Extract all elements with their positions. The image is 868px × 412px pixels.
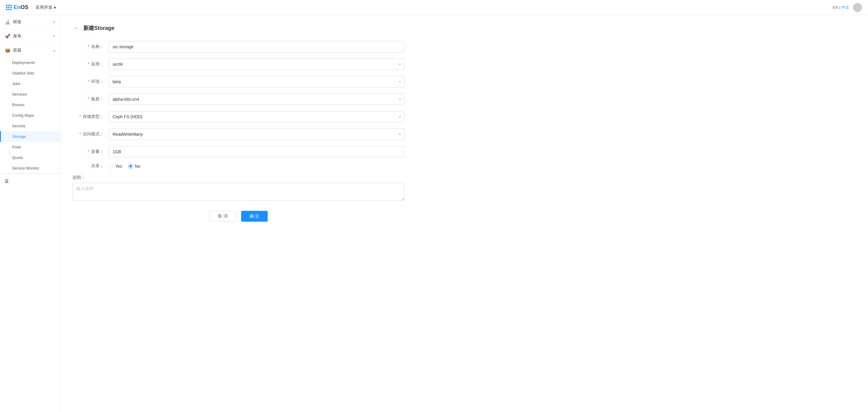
- sidebar-item-storage[interactable]: Storage: [0, 131, 60, 142]
- capacity-label: * 容量：: [72, 149, 108, 154]
- confirm-button[interactable]: 确 定: [241, 211, 268, 222]
- cancel-button[interactable]: 取 消: [209, 211, 236, 222]
- nav-right: EN | 中文: [833, 3, 862, 12]
- access-mode-label: * 访问模式：: [72, 132, 108, 137]
- storage-type-select[interactable]: Ceph FS (HDD): [108, 111, 404, 123]
- desc-textarea[interactable]: [72, 183, 404, 201]
- publish-arrow: ▾: [54, 34, 55, 38]
- sidebar-section-publish-header[interactable]: 🚀 发布 ▾: [0, 29, 60, 43]
- sidebar-item-secrets[interactable]: Secrets: [0, 121, 60, 131]
- research-icon: 🔬: [5, 19, 10, 25]
- required-star-storage-type: *: [80, 114, 81, 119]
- form-footer: 取 消 确 定: [72, 211, 404, 222]
- share-yes-option[interactable]: Yes: [108, 164, 122, 169]
- share-no-radio[interactable]: [128, 164, 133, 169]
- top-nav: EnOS 应用开发 ▾ EN | 中文: [0, 0, 868, 15]
- sidebar-item-config-maps[interactable]: Config Maps: [0, 110, 60, 121]
- page-title: 新建Storage: [83, 25, 114, 32]
- sidebar-item-stateful-sets[interactable]: Stateful Sets: [0, 68, 60, 78]
- publish-icon: 🚀: [5, 33, 10, 39]
- lang-separator: |: [839, 5, 840, 10]
- sidebar-toggle[interactable]: ☰: [0, 174, 60, 188]
- sidebar-item-jobs[interactable]: Jobs: [0, 78, 60, 89]
- storage-type-label: * 存储类型：: [72, 114, 108, 119]
- app-select-dropdown[interactable]: 应用开发 ▾: [33, 4, 58, 11]
- sidebar-item-service-monitor[interactable]: Service Monitor: [0, 163, 60, 173]
- form-row-storage-type: * 存储类型： Ceph FS (HDD) ▾: [72, 111, 404, 123]
- required-star-cluster: *: [88, 97, 89, 101]
- lang-zh[interactable]: 中文: [841, 5, 849, 10]
- app-select-label: 应用开发: [36, 5, 53, 10]
- sidebar-item-quota[interactable]: Quota: [0, 152, 60, 163]
- share-no-option[interactable]: No: [128, 164, 140, 169]
- sidebar-item-deployments[interactable]: Deployments: [0, 57, 60, 68]
- form-row-cluster: * 集群： alpha-k8s-cn4 ▾: [72, 94, 404, 105]
- share-no-label: No: [135, 164, 140, 169]
- app-select-arrow: ▾: [54, 5, 56, 10]
- access-mode-select[interactable]: ReadWriteMany: [108, 129, 404, 140]
- required-star-app: *: [88, 62, 89, 66]
- create-storage-form: * 名称： * 应用： uicrfe ▾ *: [72, 41, 404, 222]
- cluster-select-wrapper: alpha-k8s-cn4 ▾: [108, 94, 404, 105]
- sidebar-item-services[interactable]: Services: [0, 89, 60, 100]
- sidebar-section-publish: 🚀 发布 ▾: [0, 29, 60, 43]
- container-items: Deployments Stateful Sets Jobs Services …: [0, 57, 60, 173]
- env-select-wrapper: beta ▾: [108, 76, 404, 88]
- desc-label: 说明：: [72, 175, 404, 180]
- description-section: 说明：: [72, 175, 404, 202]
- sidebar-section-research: 🔬 研发 ▾: [0, 15, 60, 29]
- lang-en[interactable]: EN: [833, 5, 838, 10]
- app-select[interactable]: uicrfe: [108, 59, 404, 70]
- name-input[interactable]: [108, 41, 404, 53]
- required-star-capacity: *: [88, 149, 89, 154]
- container-arrow: ▴: [54, 48, 55, 53]
- form-row-capacity: * 容量：: [72, 146, 404, 158]
- back-button[interactable]: ←: [72, 24, 80, 32]
- research-arrow: ▾: [54, 20, 55, 24]
- hamburger-icon: ☰: [5, 179, 9, 184]
- capacity-input[interactable]: [108, 146, 404, 158]
- container-label: 容器: [13, 48, 54, 53]
- logo-dots: [6, 4, 12, 10]
- main-content: ← 新建Storage * 名称： * 应用： uicrfe: [60, 15, 868, 412]
- required-star-access-mode: *: [80, 132, 81, 136]
- storage-type-select-wrapper: Ceph FS (HDD) ▾: [108, 111, 404, 123]
- share-label: 共享：: [72, 164, 108, 169]
- container-icon: 📦: [5, 48, 10, 53]
- env-label: * 环境：: [72, 79, 108, 84]
- lang-switch: EN | 中文: [833, 5, 849, 10]
- share-yes-radio[interactable]: [108, 164, 114, 169]
- form-row-share: 共享： Yes No: [72, 164, 404, 169]
- sidebar-section-research-header[interactable]: 🔬 研发 ▾: [0, 15, 60, 29]
- env-select[interactable]: beta: [108, 76, 404, 88]
- sidebar: 🔬 研发 ▾ 🚀 发布 ▾ 📦 容器 ▴ Deployments Statefu…: [0, 15, 60, 412]
- page-header: ← 新建Storage: [72, 24, 856, 32]
- form-row-env: * 环境： beta ▾: [72, 76, 404, 88]
- research-label: 研发: [13, 19, 54, 25]
- share-yes-label: Yes: [115, 164, 122, 169]
- main-layout: 🔬 研发 ▾ 🚀 发布 ▾ 📦 容器 ▴ Deployments Statefu…: [0, 15, 868, 412]
- cluster-select[interactable]: alpha-k8s-cn4: [108, 94, 404, 105]
- publish-label: 发布: [13, 33, 54, 39]
- cluster-label: * 集群：: [72, 97, 108, 102]
- required-star-name: *: [88, 44, 89, 49]
- sidebar-item-routes[interactable]: Routes: [0, 100, 60, 110]
- form-row-name: * 名称：: [72, 41, 404, 53]
- user-avatar[interactable]: [853, 3, 862, 12]
- form-row-app: * 应用： uicrfe ▾: [72, 59, 404, 70]
- sidebar-section-container: 📦 容器 ▴ Deployments Stateful Sets Jobs Se…: [0, 43, 60, 174]
- access-mode-select-wrapper: ReadWriteMany ▾: [108, 129, 404, 140]
- nav-left: EnOS 应用开发 ▾: [6, 4, 58, 11]
- app-select-wrapper: uicrfe ▾: [108, 59, 404, 70]
- share-radio-group: Yes No: [108, 164, 140, 169]
- sidebar-item-pods[interactable]: Pods: [0, 142, 60, 152]
- form-row-access-mode: * 访问模式： ReadWriteMany ▾: [72, 129, 404, 140]
- app-label: * 应用：: [72, 62, 108, 67]
- required-star-env: *: [88, 79, 89, 84]
- logo-text: EnOS: [13, 4, 28, 10]
- logo: EnOS: [6, 4, 28, 10]
- name-label: * 名称：: [72, 44, 108, 49]
- sidebar-section-container-header[interactable]: 📦 容器 ▴: [0, 43, 60, 57]
